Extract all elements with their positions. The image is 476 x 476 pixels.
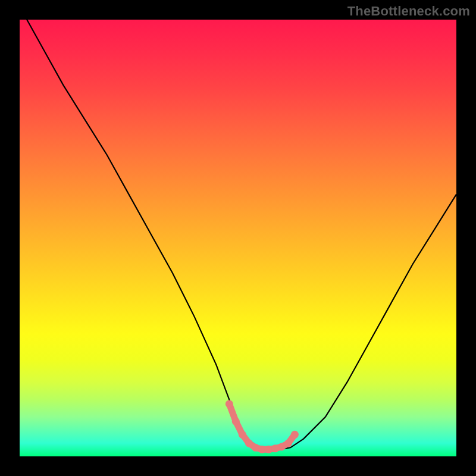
plot-area (20, 20, 456, 456)
svg-point-3 (245, 440, 253, 447)
svg-point-6 (265, 446, 273, 453)
svg-point-8 (278, 443, 286, 450)
svg-point-0 (226, 400, 233, 408)
svg-point-9 (284, 440, 292, 447)
watermark-text: TheBottleneck.com (347, 4, 470, 19)
chart-svg (20, 20, 456, 456)
svg-point-4 (252, 444, 259, 452)
svg-point-10 (291, 431, 299, 439)
highlight-dots (226, 400, 299, 453)
svg-point-7 (271, 444, 279, 452)
svg-point-2 (239, 431, 246, 439)
chart-container: TheBottleneck.com (0, 0, 476, 476)
svg-point-1 (232, 418, 240, 425)
main-curve (20, 20, 456, 450)
